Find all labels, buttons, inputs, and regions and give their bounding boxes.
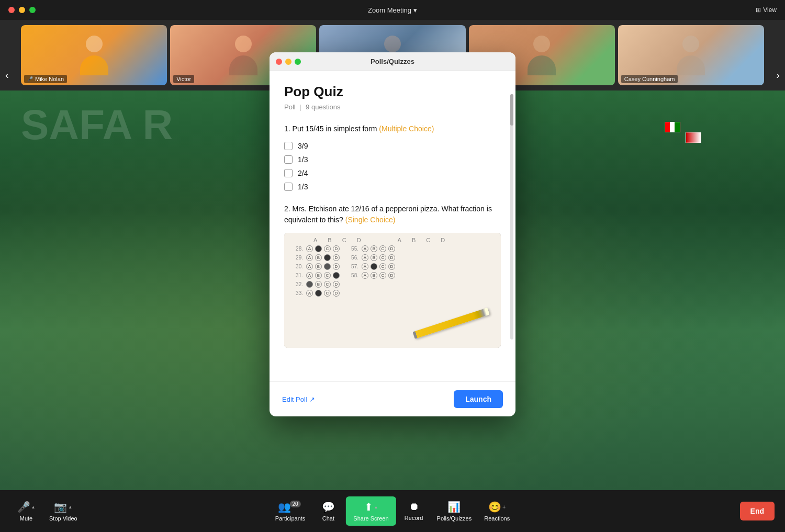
checkbox-1-3[interactable] [284,169,293,177]
reactions-icon: 😊 [488,501,501,513]
quiz-questions-count: 9 questions [306,103,341,111]
modal-body: Pop Quiz Poll | 9 questions 1. Put 15/45… [270,71,515,381]
modal-scrollbar[interactable] [510,94,513,339]
question-1-type: (Multiple Choice) [379,124,434,133]
participants-button[interactable]: 👥 20 Participants [270,496,310,526]
quiz-meta: Poll | 9 questions [284,103,501,111]
participant-name-2: Victor [173,75,194,83]
prev-nav-button[interactable]: ‹ [0,40,14,110]
modal-title: Polls/Quizzes [371,58,414,65]
view-button[interactable]: ⊞ View [756,6,777,14]
checkbox-1-1[interactable] [284,142,293,150]
minimize-button[interactable] [19,7,25,13]
participants-count: 20 [290,501,301,507]
modal-close-button[interactable] [276,59,282,65]
question-2-text: 2. Mrs. Etchison ate 12/16 of a pepperon… [284,203,501,225]
share-screen-icon: ⬆ [364,501,373,513]
question-2: 2. Mrs. Etchison ate 12/16 of a pepperon… [284,203,501,348]
share-screen-caret-icon: ▲ [374,505,378,510]
participant-name-5: Casey Cunningham [621,75,678,83]
mic-icon: 🎤 [27,76,33,82]
video-tile-1: 🎤 Mike Nolan [21,25,167,85]
quiz-title: Pop Quiz [284,84,501,100]
grid-icon: ⊞ [756,6,761,14]
close-button[interactable] [8,7,15,13]
external-link-icon: ↗ [309,395,315,403]
modal-maximize-button[interactable] [295,59,301,65]
traffic-lights [8,7,36,13]
quiz-type: Poll [284,103,296,111]
chat-icon: 💬 [322,501,335,513]
chat-button[interactable]: 💬 Chat [312,496,344,526]
record-icon: ⏺ [409,501,419,513]
choice-1-3-label: 2/4 [298,169,308,177]
polls-icon: 📊 [447,501,461,513]
next-nav-button[interactable]: › [771,40,785,110]
quiz-image: ABCD ABCD 28. A [284,233,501,348]
modal-footer: Edit Poll ↗ Launch [270,381,515,416]
mute-button[interactable]: 🎤 ▲ Mute [10,496,42,526]
participants-icon: 👥 [278,501,291,513]
participant-name-1: 🎤 Mike Nolan [24,75,67,83]
modal-minimize-button[interactable] [285,59,291,65]
end-button[interactable]: End [740,502,775,520]
choice-1-1: 3/9 [284,142,501,150]
choice-1-2-label: 1/3 [298,155,308,164]
launch-button[interactable]: Launch [454,390,503,408]
polls-quizzes-button[interactable]: 📊 Polls/Quizzes [432,496,477,526]
polls-quizzes-modal: Polls/Quizzes Pop Quiz Poll | 9 question… [270,52,515,416]
mic-icon: 🎤 [17,501,30,513]
video-icon: 📷 [54,501,67,513]
choice-1-2: 1/3 [284,155,501,164]
maximize-button[interactable] [29,7,36,13]
checkbox-1-2[interactable] [284,155,293,164]
question-2-type: (Single Choice) [345,216,396,224]
video-tile-5: Casey Cunningham [618,25,764,85]
video-caret-icon: ▲ [68,505,72,510]
record-button[interactable]: ⏺ Record [398,496,430,526]
question-1-text: 1. Put 15/45 in simplest form (Multiple … [284,123,501,134]
title-bar: Zoom Meeting ▾ ⊞ View [0,0,785,20]
stop-video-button[interactable]: 📷 ▲ Stop Video [44,496,83,526]
question-1: 1. Put 15/45 in simplest form (Multiple … [284,123,501,191]
toolbar: 🎤 ▲ Mute 📷 ▲ Stop Video 👥 20 Participant… [0,490,785,532]
modal-traffic-lights [276,59,301,65]
mute-caret-icon: ▲ [31,505,36,510]
checkbox-1-4[interactable] [284,183,293,191]
edit-poll-link[interactable]: Edit Poll ↗ [282,395,315,403]
window-title[interactable]: Zoom Meeting ▾ [368,6,417,14]
reactions-button[interactable]: 😊 + Reactions [479,496,515,526]
choice-1-4: 1/3 [284,183,501,191]
choice-1-4-label: 1/3 [298,183,308,191]
modal-titlebar: Polls/Quizzes [270,52,515,71]
share-screen-button[interactable]: ⬆ ▲ Share Screen [346,496,396,526]
choice-1-3: 2/4 [284,169,501,177]
choice-1-1-label: 3/9 [298,142,308,150]
scrollbar-thumb[interactable] [510,94,513,126]
